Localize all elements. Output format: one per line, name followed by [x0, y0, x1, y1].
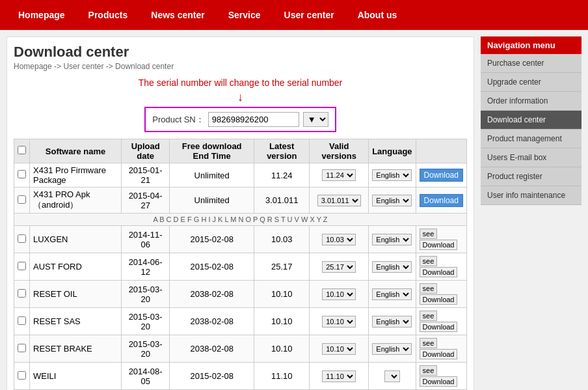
upload-date: 2015-03-20 [122, 335, 170, 363]
valid-versions: 10.10 [310, 308, 369, 335]
row-checkbox[interactable] [18, 195, 26, 204]
row-checkbox[interactable] [18, 170, 26, 178]
end-time: 2038-02-08 [170, 335, 254, 363]
sn-label: Product SN： [152, 114, 204, 126]
sidebar-item-order-information[interactable]: Order information [481, 92, 581, 111]
download-button[interactable]: Download [420, 294, 458, 305]
end-time: 2015-02-08 [170, 226, 254, 253]
lang-select[interactable]: English [372, 169, 412, 181]
language: English [369, 281, 416, 308]
col-upload-date: Upload date [122, 139, 170, 163]
software-name: RESET OIL [30, 281, 122, 308]
row-checkbox[interactable] [18, 289, 26, 298]
end-time: 2015-02-08 [170, 253, 254, 281]
row-checkbox[interactable] [18, 262, 26, 270]
action-cell: Download [416, 163, 466, 188]
end-time: 2038-02-08 [170, 308, 254, 335]
top-navigation: Homepage Products News center Service Us… [0, 0, 588, 30]
download-button[interactable]: Download [420, 376, 458, 387]
row-checkbox[interactable] [18, 316, 26, 325]
download-button[interactable]: Download [420, 169, 463, 182]
nav-user-center[interactable]: User center [273, 0, 346, 30]
valid-versions: 10.03 [310, 226, 369, 253]
download-button[interactable]: Download [420, 349, 458, 359]
nav-homepage[interactable]: Homepage [7, 0, 77, 30]
action-cell: Download [416, 188, 466, 214]
end-time: Unlimited [170, 163, 254, 188]
lang-select[interactable]: English [372, 316, 412, 327]
nav-news-center[interactable]: News center [139, 0, 216, 30]
table-row: WEILI 2014-08-05 2015-02-08 11.10 11.10 … [14, 363, 467, 390]
row-checkbox[interactable] [18, 371, 26, 380]
sn-dropdown[interactable]: ▼ [303, 112, 328, 127]
latest-version: 10.10 [254, 335, 310, 363]
end-time: 2015-02-08 [170, 363, 254, 390]
sidebar-item-users-email-box[interactable]: Users E-mail box [481, 148, 581, 167]
language: English [369, 308, 416, 335]
col-action [416, 139, 466, 163]
download-button[interactable]: Download [420, 322, 458, 332]
version-select[interactable]: 11.10 [322, 370, 356, 382]
lang-select[interactable]: English [372, 288, 412, 300]
table-row: X431 PRO Apk（android） 2015-04-27 Unlimit… [14, 188, 467, 214]
select-all-checkbox[interactable] [18, 146, 26, 154]
sidebar-item-download-center[interactable]: Download center [481, 111, 581, 130]
software-name: RESET SAS [30, 308, 122, 335]
col-language: Language [369, 139, 416, 163]
col-latest-version: Latest version [254, 139, 310, 163]
version-select[interactable]: 10.10 [322, 288, 356, 300]
valid-versions: 3.01.011 [310, 188, 369, 214]
language: English [369, 226, 416, 253]
table-row: AUST FORD 2014-06-12 2015-02-08 25.17 25… [14, 253, 467, 281]
see-button[interactable]: see [420, 365, 438, 376]
version-select[interactable]: 10.10 [322, 316, 356, 327]
lang-select[interactable]: English [372, 343, 412, 355]
sidebar-item-purchase-center[interactable]: Purchase center [481, 54, 581, 73]
table-row: X431 Pro Firmware Package 2015-01-21 Unl… [14, 163, 467, 188]
see-button[interactable]: see [420, 229, 438, 239]
nav-products[interactable]: Products [77, 0, 140, 30]
software-name: LUXGEN [30, 226, 122, 253]
language: English [369, 163, 416, 188]
action-cell: see Download [416, 363, 466, 390]
nav-about-us[interactable]: About us [346, 0, 409, 30]
upload-date: 2015-03-20 [122, 281, 170, 308]
sidebar-item-user-info-maintenance[interactable]: User info maintenance [481, 186, 581, 205]
upload-date: 2015-01-21 [122, 163, 170, 188]
see-button[interactable]: see [420, 338, 438, 348]
language: English [369, 335, 416, 363]
latest-version: 10.03 [254, 226, 310, 253]
software-name: X431 PRO Apk（android） [30, 188, 122, 214]
lang-select[interactable] [384, 370, 400, 382]
col-valid-versions: Valid versions [310, 139, 369, 163]
nav-service[interactable]: Service [217, 0, 273, 30]
software-table: Software name Upload date Free download … [14, 139, 467, 390]
row-checkbox[interactable] [18, 234, 26, 243]
sn-input[interactable] [208, 112, 299, 127]
sidebar-item-upgrade-center[interactable]: Upgrade center [481, 73, 581, 92]
lang-select[interactable]: English [372, 261, 412, 273]
download-button[interactable]: Download [420, 194, 463, 207]
version-select[interactable]: 10.10 [322, 343, 356, 355]
action-cell: see Download [416, 335, 466, 363]
sidebar-item-product-register[interactable]: Product register [481, 167, 581, 186]
upload-date: 2014-08-05 [122, 363, 170, 390]
version-select[interactable]: 3.01.011 [317, 195, 361, 206]
version-select[interactable]: 11.24 [322, 169, 356, 181]
lang-select[interactable]: English [372, 234, 412, 245]
upload-date: 2015-04-27 [122, 188, 170, 214]
see-button[interactable]: see [420, 256, 438, 266]
action-cell: see Download [416, 308, 466, 335]
version-select[interactable]: 25.17 [322, 261, 356, 273]
version-select[interactable]: 10.03 [322, 234, 356, 245]
see-button[interactable]: see [420, 311, 438, 321]
download-button[interactable]: Download [420, 267, 458, 277]
action-cell: see Download [416, 226, 466, 253]
row-checkbox[interactable] [18, 344, 26, 352]
lang-select[interactable]: English [372, 195, 412, 206]
valid-versions: 10.10 [310, 281, 369, 308]
see-button[interactable]: see [420, 283, 438, 294]
breadcrumb: Homepage -> User center -> Download cent… [14, 62, 467, 71]
download-button[interactable]: Download [420, 240, 458, 250]
sidebar-item-product-management[interactable]: Product management [481, 130, 581, 148]
